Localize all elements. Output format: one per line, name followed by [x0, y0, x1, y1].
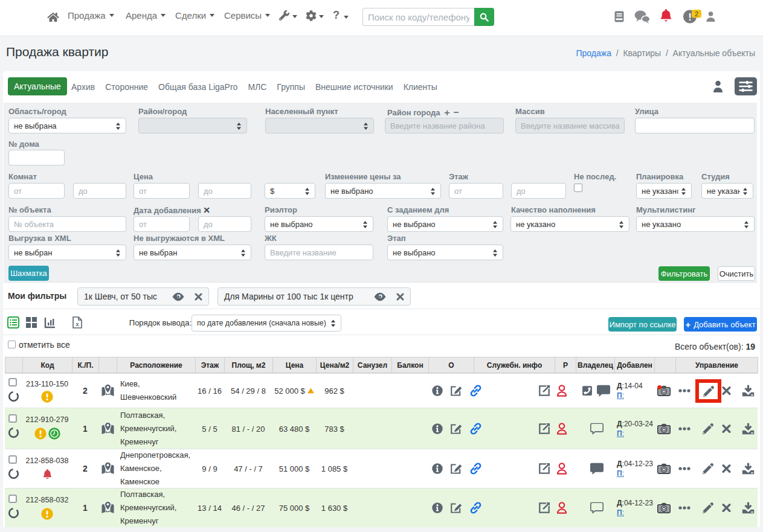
svg-text:x: x — [76, 321, 79, 327]
svg-text:2: 2 — [695, 10, 698, 18]
svg-text:!: ! — [688, 11, 692, 23]
